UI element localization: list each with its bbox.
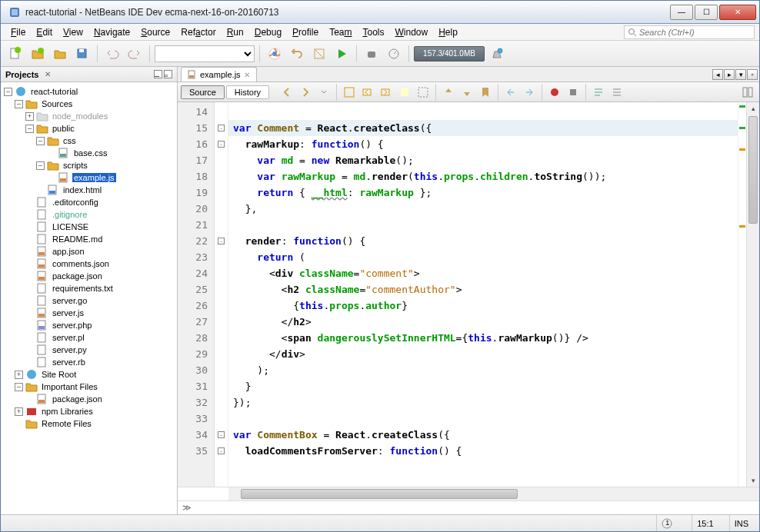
panel-minimize-icon[interactable]: – [154,70,162,78]
tree-public[interactable]: –public [1,122,177,135]
tree-site-root[interactable]: +Site Root [1,368,177,381]
search-input[interactable] [639,28,751,37]
menu-navigate[interactable]: Navigate [88,25,135,39]
menu-profile[interactable]: Profile [287,25,324,39]
tree-comments-json[interactable]: comments.json [1,258,177,270]
minimize-button[interactable]: — [670,5,693,20]
next-bookmark-button[interactable] [458,84,475,101]
code-area[interactable]: var Comment = React.createClass({ rawMar… [228,102,738,487]
quick-search[interactable] [624,25,755,39]
vertical-scrollbar[interactable]: ▴ ▾ [746,102,759,487]
maximize-button[interactable]: ☐ [695,5,718,20]
tree-package-json[interactable]: package.json [1,270,177,282]
toggle-highlight-button[interactable] [396,84,413,101]
menu-file[interactable]: File [5,25,31,39]
horizontal-scrollbar[interactable] [178,487,759,500]
new-project-button[interactable] [28,44,48,64]
undo-button[interactable] [102,44,122,64]
find-next-button[interactable] [378,84,395,101]
tree-server-go[interactable]: server.go [1,294,177,307]
tree-editorconfig[interactable]: .editorconfig [1,196,177,208]
menu-source[interactable]: Source [135,25,175,39]
project-tree[interactable]: –react-tutorial –Sources +node_modules –… [1,82,177,514]
tree-server-js[interactable]: server.js [1,307,177,319]
file-tab-example-js[interactable]: example.js ✕ [181,67,257,81]
menu-view[interactable]: View [58,25,88,39]
toggle-rect-selection-button[interactable] [415,84,432,101]
tab-scroll-right-icon[interactable]: ▸ [724,69,735,80]
debug-button[interactable] [362,44,382,64]
tab-maximize-icon[interactable]: ▫ [747,69,758,80]
tree-server-py[interactable]: server.py [1,344,177,356]
menu-help[interactable]: Help [433,25,463,39]
menu-run[interactable]: Run [222,25,249,39]
menu-refactor[interactable]: Refactor [175,25,221,39]
uncomment-button[interactable] [608,84,625,101]
tree-important-files[interactable]: –Important Files [1,381,177,393]
nav-dropdown-button[interactable] [315,84,332,101]
toggle-bookmark-button[interactable] [477,84,494,101]
error-stripe[interactable] [738,102,746,487]
menu-edit[interactable]: Edit [31,25,58,39]
find-prev-button[interactable] [359,84,376,101]
macro-record-button[interactable] [546,84,563,101]
open-project-button[interactable] [50,44,70,64]
tree-package-json-2[interactable]: package.json [1,393,177,405]
tree-requirements[interactable]: requirements.txt [1,282,177,294]
projects-tab-close-icon[interactable]: ✕ [45,70,51,78]
tree-server-pl[interactable]: server.pl [1,331,177,344]
tab-scroll-left-icon[interactable]: ◂ [712,69,723,80]
tree-node-modules[interactable]: +node_modules [1,110,177,122]
shift-right-button[interactable] [521,84,538,101]
cursor-position[interactable]: 15:1 [692,515,718,531]
menu-team[interactable]: Team [324,25,357,39]
file-tab-close-icon[interactable]: ✕ [244,71,250,79]
tree-server-php[interactable]: server.php [1,319,177,331]
run-button[interactable] [332,44,352,64]
nav-back-button[interactable] [278,84,295,101]
profile-button[interactable] [384,44,404,64]
build-button[interactable] [287,44,307,64]
tree-sources[interactable]: –Sources [1,98,177,110]
comment-button[interactable] [590,84,607,101]
tree-example-js[interactable]: example.js [1,171,177,184]
scrollbar-thumb[interactable] [748,116,758,224]
menu-window[interactable]: Window [390,25,434,39]
breadcrumb-bar[interactable]: ≫ [178,500,759,514]
tree-gitignore[interactable]: .gitignore [1,208,177,221]
tree-index-html[interactable]: index.html [1,184,177,196]
tab-list-icon[interactable]: ▾ [735,69,746,80]
tree-remote-files[interactable]: Remote Files [1,417,177,430]
split-view-button[interactable] [739,84,756,101]
insert-mode[interactable]: INS [729,515,753,531]
new-file-button[interactable] [5,44,25,64]
nav-forward-button[interactable] [297,84,314,101]
tree-server-rb[interactable]: server.rb [1,356,177,368]
tree-license[interactable]: LICENSE [1,221,177,233]
panel-restore-icon[interactable]: ▫ [164,70,172,78]
tree-project-root[interactable]: –react-tutorial [1,85,177,98]
menu-debug[interactable]: Debug [249,25,287,39]
clean-build-button[interactable] [309,44,329,64]
tree-scripts[interactable]: –scripts [1,159,177,171]
tree-npm-libs[interactable]: +npm Libraries [1,405,177,417]
find-selection-button[interactable] [341,84,358,101]
titlebar[interactable]: react-tutorial - NetBeans IDE Dev ecma-n… [1,1,759,24]
browser-select-button[interactable] [265,44,285,64]
config-dropdown[interactable] [155,45,255,62]
tree-readme[interactable]: README.md [1,233,177,245]
prev-bookmark-button[interactable] [440,84,457,101]
macro-stop-button[interactable] [565,84,582,101]
source-tab[interactable]: Source [181,85,225,99]
tree-base-css[interactable]: base.css [1,147,177,159]
close-button[interactable]: ✕ [719,5,756,20]
notifications-button[interactable]: 1 [656,515,681,531]
save-all-button[interactable] [72,44,92,64]
memory-widget[interactable]: 157.3/401.0MB [414,46,485,62]
tree-css[interactable]: –css [1,135,177,147]
menu-tools[interactable]: Tools [357,25,389,39]
history-tab[interactable]: History [226,85,269,99]
line-number-gutter[interactable]: 1415161718192021222324252627282930313233… [178,102,215,487]
gc-button[interactable] [487,44,507,64]
redo-button[interactable] [125,44,145,64]
